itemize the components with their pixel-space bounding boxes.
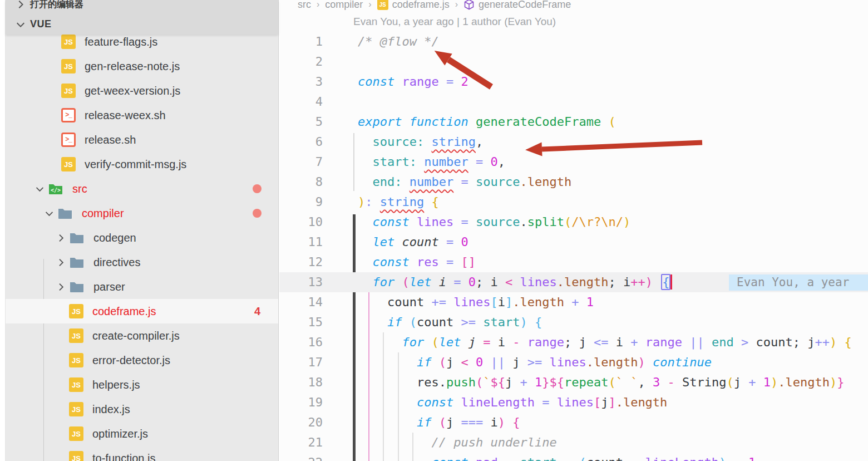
chevron-right-icon[interactable] [52,282,69,292]
code-token: lines [520,275,557,289]
code-token: ; [793,335,808,349]
code-line-11[interactable]: 11 let count = 0 [279,232,868,252]
code-line-20[interactable]: 20 if (j === i) { [279,413,868,433]
chevron-right-icon[interactable] [52,258,69,267]
line-number[interactable]: 3 [279,72,323,92]
code-line-7[interactable]: 7 start: number = 0, [279,152,868,172]
code-token: if [417,355,432,369]
line-number[interactable]: 16 [279,332,323,352]
line-number[interactable]: 2 [279,52,323,72]
chevron-right-icon[interactable] [16,0,26,9]
line-number[interactable]: 10 [279,212,323,232]
code-token [586,335,594,349]
tree-item-codegen[interactable]: codegen [6,225,278,250]
breadcrumb-item-codeframe-js[interactable]: JScodeframe.js [377,0,450,11]
tree-item-compiler[interactable]: compiler [6,201,278,225]
tree-item-error-detector-js[interactable]: JSerror-detector.js [6,348,278,372]
line-number[interactable]: 12 [279,252,323,272]
code-line-4[interactable]: 4 [279,92,868,112]
code-line-2[interactable]: 2 [279,52,868,72]
tree-item-optimizer-js[interactable]: JSoptimizer.js [6,421,278,446]
line-number[interactable]: 5 [279,112,323,132]
code-line-16[interactable]: 16 for (let j = i - range; j <= i + rang… [279,332,868,352]
code-token: source [476,215,520,229]
code-token: : [394,175,402,189]
code-token [394,235,402,249]
code-line-22[interactable]: 22 const pad = start - (count - lineLeng… [279,453,868,461]
breadcrumb-item-generatecodeframe[interactable]: generateCodeFrame [463,0,571,11]
tree-item-parser[interactable]: parser [6,274,278,299]
tree-item-release-weex-sh[interactable]: >_release-weex.sh [6,103,278,127]
code-line-text [323,95,358,109]
tree-item-release-sh[interactable]: >_release.sh [6,127,278,152]
code-token: source [476,175,520,189]
code-line-18[interactable]: 18 res.push(`${j + 1}${repeat(` `, 3 - S… [279,372,868,393]
code-line-13[interactable]: 13 for (let i = 0; i < lines.length; i++… [279,272,868,292]
line-number[interactable]: 1 [279,32,323,52]
code-line-1[interactable]: 1/* @flow */ [279,32,868,52]
code-line-10[interactable]: 10 const lines = source.split(/\r?\n/) [279,212,868,232]
line-number[interactable]: 19 [279,393,323,413]
tree-item-feature-flags-js[interactable]: JSfeature-flags.js [6,35,278,54]
breadcrumb-item-src[interactable]: src [298,0,311,11]
tree-item-verify-commit-msg-js[interactable]: JSverify-commit-msg.js [6,152,278,176]
chevron-down-icon[interactable] [31,184,48,194]
code-token: { [661,274,670,290]
tree-item-label: get-weex-version.js [85,85,180,97]
code-line-3[interactable]: 3const range = 2 [279,72,868,92]
tree-item-index-js[interactable]: JSindex.js [6,397,278,421]
code-line-text: count += lines[i].length + 1 [323,295,594,309]
code-token [527,315,535,329]
line-number[interactable]: 22 [279,453,323,461]
code-line-21[interactable]: 21 // push underline [279,433,868,453]
line-number[interactable]: 7 [279,152,323,172]
chevron-down-icon[interactable] [16,19,26,30]
tree-item-create-compiler-js[interactable]: JScreate-compiler.js [6,323,278,348]
line-number[interactable]: 4 [279,92,323,112]
breadcrumb-label: generateCodeFrame [479,0,571,11]
code-token: ] [608,395,615,409]
line-number[interactable]: 11 [279,232,323,252]
tree-item-codeframe-js[interactable]: JScodeframe.js4 [6,299,278,323]
line-number[interactable]: 8 [279,172,323,192]
line-number[interactable]: 18 [279,372,323,393]
code-line-8[interactable]: 8 end: number = source.length [279,172,868,192]
code-token: j [512,355,520,369]
section-open-editors[interactable]: 打开的编辑器 [6,0,278,13]
code-token: split [527,215,564,229]
tree-item-get-weex-version-js[interactable]: JSget-weex-version.js [6,79,278,103]
line-number[interactable]: 6 [279,132,323,152]
code-line-6[interactable]: 6 source: string, [279,132,868,152]
tree-item-label: error-detector.js [92,354,170,367]
line-number[interactable]: 17 [279,352,323,372]
line-number[interactable]: 14 [279,292,323,312]
tree-item-src[interactable]: </>src [6,176,278,201]
tree-item-directives[interactable]: directives [6,250,278,274]
line-number[interactable]: 21 [279,433,323,453]
code-line-17[interactable]: 17 if (j < 0 || j >= lines.length) conti… [279,352,868,372]
tree-item-to-function-js[interactable]: JSto-function.js [6,446,278,461]
code-line-12[interactable]: 12 const res = [] [279,252,868,272]
section-vue[interactable]: VUE [6,14,278,35]
line-number[interactable]: 15 [279,312,323,332]
code-token: ( [564,215,571,229]
code-line-14[interactable]: 14 count += lines[i].length + 1 [279,292,868,312]
line-number[interactable]: 9 [279,192,323,212]
tree-item-label: verify-commit-msg.js [85,158,186,171]
code-token: const [373,255,410,269]
tree-item-helpers-js[interactable]: JShelpers.js [6,372,278,397]
code-line-15[interactable]: 15 if (count >= start) { [279,312,868,332]
code-token [358,215,373,229]
breadcrumb-item-compiler[interactable]: compiler [325,0,363,11]
code-line-19[interactable]: 19 const lineLength = lines[j].length [279,393,868,413]
line-number[interactable]: 13 [279,272,323,292]
code-line-text: const lineLength = lines[j].length [323,395,667,409]
code-token [704,335,712,349]
code-line-9[interactable]: 9): string { [279,192,868,212]
chevron-right-icon[interactable] [52,233,69,243]
tree-item-gen-release-note-js[interactable]: JSgen-release-note.js [6,54,278,79]
code-line-5[interactable]: 5export function generateCodeFrame ( [279,112,868,132]
line-number[interactable]: 20 [279,413,323,433]
chevron-down-icon[interactable] [41,209,57,218]
folder-icon [69,231,85,244]
